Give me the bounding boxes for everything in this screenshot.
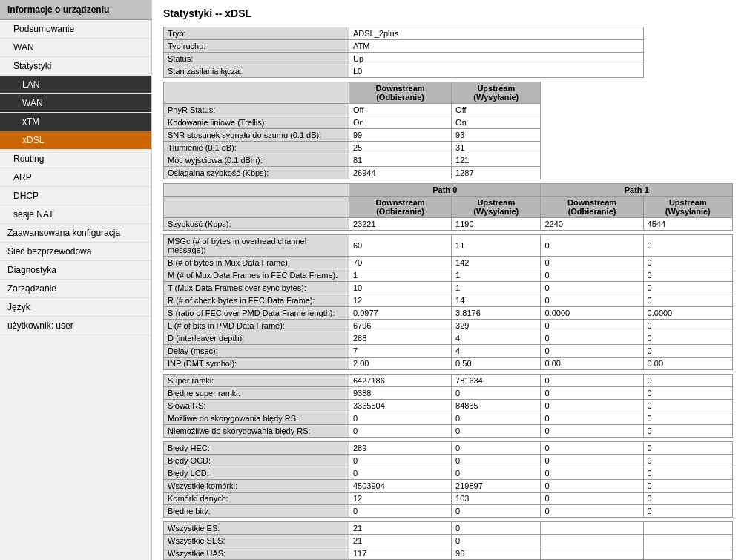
path1-header: Path 1 — [541, 184, 733, 197]
path0-header: Path 0 — [349, 184, 541, 197]
table-row: Wszystkie SES: 21 0 — [164, 535, 733, 547]
sidebar: Informacje o urządzeniu Podsumowanie WAN… — [0, 0, 152, 560]
sidebar-item-podsumowanie[interactable]: Podsumowanie — [0, 20, 151, 39]
sidebar-item-wan-top[interactable]: WAN — [0, 39, 151, 57]
sidebar-item-siec[interactable]: Sieć bezprzewodowa — [0, 243, 151, 261]
value-phyr-us: Off — [452, 104, 541, 116]
value-osig-ds: 26944 — [349, 167, 452, 179]
sidebar-item-jezyk[interactable]: Język — [0, 298, 151, 317]
table-row: Status: Up — [164, 53, 733, 65]
value-status: Up — [349, 53, 644, 65]
table-row: Słowa RS: 3365504 84835 0 0 — [164, 400, 733, 412]
sidebar-item-nat[interactable]: sesje NAT — [0, 205, 151, 224]
table-row: Typ ruchu: ATM — [164, 40, 733, 53]
speed-p1us: 4544 — [643, 218, 732, 231]
label-phyr: PhyR Status: — [164, 104, 349, 116]
table-row: Błędy LCD: 0 0 0 0 — [164, 467, 733, 480]
table-row: PhyR Status: Off Off — [164, 104, 733, 116]
table-row: Błędy OCD: 0 0 0 0 — [164, 455, 733, 467]
value-stan: L0 — [349, 65, 644, 78]
path-empty2 — [164, 197, 349, 218]
table-row: Super ramki: 6427186 781634 0 0 — [164, 375, 733, 387]
value-moc-us: 121 — [452, 154, 541, 167]
value-tlum-us: 31 — [452, 142, 541, 154]
speed-row: Szybkość (Kbps): 23221 1190 2240 4544 — [164, 218, 733, 231]
sidebar-item-user[interactable]: użytkownik: user — [0, 317, 151, 335]
speed-p1ds: 2240 — [541, 218, 643, 231]
label-m: M (# of Mux Data Frames in FEC Data Fram… — [164, 269, 349, 282]
value-osig-us: 1287 — [452, 167, 541, 179]
p1-ds-header: Downstream (Odbieranie) — [541, 197, 643, 218]
table-row: L (# of bits in PMD Data Frame): 6796 32… — [164, 320, 733, 332]
label-osig: Osiągalna szybkość (Kbps): — [164, 167, 349, 179]
label-delay: Delay (msec): — [164, 345, 349, 358]
value-tryb: ADSL_2plus — [349, 27, 644, 40]
speed-p0ds: 23221 — [349, 218, 452, 231]
stats-table: Tryb: ADSL_2plus Typ ruchu: ATM Status: … — [163, 27, 733, 560]
table-row: D (interleaver depth): 288 4 0 0 — [164, 332, 733, 345]
table-row: Osiągalna szybkość (Kbps): 26944 1287 — [164, 167, 733, 179]
value-moc-ds: 81 — [349, 154, 452, 167]
sidebar-item-routing[interactable]: Routing — [0, 150, 151, 168]
sidebar-item-statystyki[interactable]: Statystyki — [0, 57, 151, 76]
sidebar-item-arp[interactable]: ARP — [0, 168, 151, 187]
sidebar-item-lan[interactable]: LAN — [0, 76, 151, 94]
value-phyr-ds: Off — [349, 104, 452, 116]
table-row: Niemożliwe do skorygowania błędy RS: 0 0… — [164, 425, 733, 438]
val-msgc-p1ds: 0 — [541, 235, 643, 257]
label-typ: Typ ruchu: — [164, 40, 349, 53]
table-row: MSGc (# of bytes in overhead channel mes… — [164, 235, 733, 257]
table-row: SNR stosunek sygnału do szumu (0.1 dB): … — [164, 129, 733, 142]
label-b: B (# of bytes in Mux Data Frame): — [164, 257, 349, 269]
label-speed: Szybkość (Kbps): — [164, 218, 349, 231]
value-trellis-ds: On — [349, 116, 452, 129]
value-snr-us: 93 — [452, 129, 541, 142]
table-row: Delay (msec): 7 4 0 0 — [164, 345, 733, 358]
sidebar-item-xtm[interactable]: xTM — [0, 113, 151, 131]
table-row: Tłumienie (0.1 dB): 25 31 — [164, 142, 733, 154]
main-content: Statystyki -- xDSL Tryb: ADSL_2plus Typ … — [152, 0, 744, 560]
table-row: INP (DMT symbol): 2.00 0.50 0.00 0.00 — [164, 358, 733, 370]
label-t: T (Mux Data Frames over sync bytes): — [164, 282, 349, 294]
sidebar-item-diagnostyka[interactable]: Diagnostyka — [0, 261, 151, 280]
sidebar-item-wan[interactable]: WAN — [0, 94, 151, 113]
speed-p0us: 1190 — [452, 218, 541, 231]
sidebar-item-dhcp[interactable]: DHCP — [0, 187, 151, 205]
val-msgc-p1us: 0 — [643, 235, 732, 257]
sidebar-item-zarzadzanie[interactable]: Zarządzanie — [0, 280, 151, 298]
table-row: Stan zasilania łącza: L0 — [164, 65, 733, 78]
label-status: Status: — [164, 53, 349, 65]
phy-ds-header: Downstream (Odbieranie) — [349, 82, 452, 104]
label-d: D (interleaver depth): — [164, 332, 349, 345]
table-row: Wszystkie ES: 21 0 — [164, 522, 733, 535]
p0-us-header: Upstream (Wysyłanie) — [452, 197, 541, 218]
table-row: T (Mux Data Frames over sync bytes): 10 … — [164, 282, 733, 294]
label-tlum: Tłumienie (0.1 dB): — [164, 142, 349, 154]
path-header-row2: Downstream (Odbieranie) Upstream (Wysyła… — [164, 197, 733, 218]
sidebar-item-xdsl[interactable]: xDSL — [0, 131, 151, 150]
sidebar-item-zaawansowana[interactable]: Zaawansowana konfiguracja — [0, 224, 151, 243]
table-row: B (# of bytes in Mux Data Frame): 70 142… — [164, 257, 733, 269]
phy-us-header: Upstream (Wysyłanie) — [452, 82, 541, 104]
label-moc: Moc wyjściowa (0.1 dBm): — [164, 154, 349, 167]
value-trellis-us: On — [452, 116, 541, 129]
table-row: Wszystkie UAS: 117 96 — [164, 547, 733, 560]
label-trellis: Kodowanie liniowe (Trellis): — [164, 116, 349, 129]
label-s: S (ratio of FEC over PMD Data Frame leng… — [164, 307, 349, 320]
table-row: Komórki danych: 12 103 0 0 — [164, 493, 733, 505]
val-msgc-p0us: 11 — [452, 235, 541, 257]
sidebar-header: Informacje o urządzeniu — [0, 0, 151, 20]
p1-us-header: Upstream (Wysyłanie) — [643, 197, 732, 218]
table-row: Błędy HEC: 289 0 0 0 — [164, 442, 733, 455]
value-typ: ATM — [349, 40, 644, 53]
val-msgc-p0ds: 60 — [349, 235, 452, 257]
label-msgc: MSGc (# of bytes in overhead channel mes… — [164, 235, 349, 257]
table-row: Kodowanie liniowe (Trellis): On On — [164, 116, 733, 129]
value-snr-ds: 99 — [349, 129, 452, 142]
table-row: Możliwe do skorygowania błędy RS: 0 0 0 … — [164, 412, 733, 425]
label-tryb: Tryb: — [164, 27, 349, 40]
table-row: R (# of check bytes in FEC Data Frame): … — [164, 294, 733, 307]
table-row: Błędne bity: 0 0 0 0 — [164, 505, 733, 518]
table-row: S (ratio of FEC over PMD Data Frame leng… — [164, 307, 733, 320]
page-title: Statystyki -- xDSL — [163, 7, 733, 19]
